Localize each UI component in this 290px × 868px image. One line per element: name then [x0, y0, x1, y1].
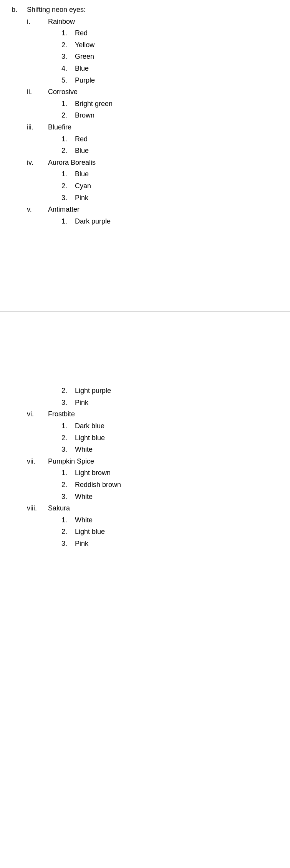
- item-label: 2.: [61, 39, 75, 51]
- item-label: 3.: [61, 538, 75, 550]
- item-text: Pink: [75, 538, 278, 550]
- item-text: White: [75, 514, 278, 526]
- roman-iv-label: iv.: [27, 157, 48, 169]
- alpha-b-text: Shifting neon eyes:: [27, 4, 278, 16]
- list-item: 2.Blue: [12, 145, 278, 157]
- roman-viii-label: viii.: [27, 502, 48, 514]
- roman-viii-text: Sakura: [48, 502, 278, 514]
- list-item: 1.Bright green: [12, 98, 278, 110]
- list-item: 5.Purple: [12, 75, 278, 86]
- item-label: 1.: [61, 514, 75, 526]
- item-text: Yellow: [75, 39, 278, 51]
- item-label: 5.: [61, 75, 75, 86]
- item-label: 1.: [61, 98, 75, 110]
- list-item: 2.Light purple: [12, 385, 278, 397]
- list-item: 1.White: [12, 514, 278, 526]
- roman-v-text: Antimatter: [48, 204, 278, 215]
- item-text: Dark blue: [75, 420, 278, 432]
- pumpkin-list: 1.Light brown2.Reddish brown3.White: [12, 467, 278, 502]
- list-item: 1.Dark blue: [12, 420, 278, 432]
- roman-iii-text: Bluefire: [48, 121, 278, 133]
- item-label: 1.: [61, 420, 75, 432]
- item-label: 2.: [61, 526, 75, 538]
- roman-item-vi: vi. Frostbite: [12, 408, 278, 420]
- item-text: Blue: [75, 145, 278, 157]
- roman-ii-text: Corrosive: [48, 86, 278, 98]
- item-text: Green: [75, 51, 278, 63]
- roman-vi-label: vi.: [27, 408, 48, 420]
- item-text: Purple: [75, 75, 278, 86]
- list-item: 1.Dark purple: [12, 215, 278, 227]
- roman-i-label: i.: [27, 16, 48, 28]
- roman-v-label: v.: [27, 204, 48, 215]
- item-label: 3.: [61, 444, 75, 456]
- alpha-item-b: b. Shifting neon eyes:: [12, 4, 278, 16]
- spacer-2: [12, 316, 278, 385]
- continuation-list: 2.Light purple3.Pink: [12, 385, 278, 408]
- roman-ii-label: ii.: [27, 86, 48, 98]
- list-item: 4.Blue: [12, 63, 278, 75]
- item-label: 2.: [61, 432, 75, 444]
- roman-item-i: i. Rainbow: [12, 16, 278, 28]
- item-label: 3.: [61, 192, 75, 204]
- corrosive-list: 1.Bright green2.Brown: [12, 98, 278, 121]
- content-bottom: 2.Light purple3.Pink vi. Frostbite 1.Dar…: [12, 312, 278, 549]
- item-label: 2.: [61, 479, 75, 491]
- item-text: Reddish brown: [75, 479, 278, 491]
- item-label: 1.: [61, 133, 75, 145]
- roman-i-text: Rainbow: [48, 16, 278, 28]
- frostbite-list: 1.Dark blue2.Light blue3.White: [12, 420, 278, 456]
- list-item: 2.Light blue: [12, 432, 278, 444]
- item-label: 3.: [61, 51, 75, 63]
- list-item: 3.Green: [12, 51, 278, 63]
- roman-item-vii: vii. Pumpkin Spice: [12, 456, 278, 467]
- item-text: Light brown: [75, 467, 278, 479]
- roman-item-viii: viii. Sakura: [12, 502, 278, 514]
- item-label: 3.: [61, 491, 75, 503]
- list-item: 3.White: [12, 444, 278, 456]
- alpha-b-label: b.: [12, 4, 27, 16]
- roman-item-v: v. Antimatter: [12, 204, 278, 215]
- item-label: 1.: [61, 27, 75, 39]
- sakura-list: 1.White2.Light blue3.Pink: [12, 514, 278, 550]
- list-item: 3.Pink: [12, 192, 278, 204]
- roman-item-iii: iii. Bluefire: [12, 121, 278, 133]
- rainbow-list: 1.Red2.Yellow3.Green4.Blue5.Purple: [12, 27, 278, 86]
- list-item: 2.Reddish brown: [12, 479, 278, 491]
- list-item: 3.White: [12, 491, 278, 503]
- item-text: Bright green: [75, 98, 278, 110]
- item-text: Pink: [75, 192, 278, 204]
- aurora-list: 1.Blue2.Cyan3.Pink: [12, 168, 278, 204]
- list-item: 2.Light blue: [12, 526, 278, 538]
- item-text: Blue: [75, 168, 278, 180]
- item-label: 2.: [61, 385, 75, 397]
- page-divider: [0, 311, 290, 312]
- list-item: 2.Cyan: [12, 180, 278, 192]
- list-item: 1.Red: [12, 133, 278, 145]
- list-item: 2.Yellow: [12, 39, 278, 51]
- item-label: 2.: [61, 145, 75, 157]
- item-label: 1.: [61, 467, 75, 479]
- list-item: 1.Blue: [12, 168, 278, 180]
- list-item: 3.Pink: [12, 538, 278, 550]
- roman-iii-label: iii.: [27, 121, 48, 133]
- content-top: b. Shifting neon eyes: i. Rainbow 1.Red2…: [12, 0, 278, 311]
- list-item: 1.Red: [12, 27, 278, 39]
- antimatter-list: 1.Dark purple: [12, 215, 278, 227]
- page: b. Shifting neon eyes: i. Rainbow 1.Red2…: [0, 0, 290, 868]
- list-item: 2.Brown: [12, 109, 278, 121]
- bluefire-list: 1.Red2.Blue: [12, 133, 278, 157]
- roman-vii-label: vii.: [27, 456, 48, 467]
- item-text: Pink: [75, 397, 278, 409]
- item-text: Dark purple: [75, 215, 278, 227]
- roman-vii-text: Pumpkin Spice: [48, 456, 278, 467]
- item-text: Cyan: [75, 180, 278, 192]
- item-text: Blue: [75, 63, 278, 75]
- item-text: Light blue: [75, 526, 278, 538]
- item-text: Red: [75, 133, 278, 145]
- roman-iv-text: Aurora Borealis: [48, 157, 278, 169]
- list-item: 1.Light brown: [12, 467, 278, 479]
- item-label: 2.: [61, 109, 75, 121]
- item-label: 4.: [61, 63, 75, 75]
- roman-vi-text: Frostbite: [48, 408, 278, 420]
